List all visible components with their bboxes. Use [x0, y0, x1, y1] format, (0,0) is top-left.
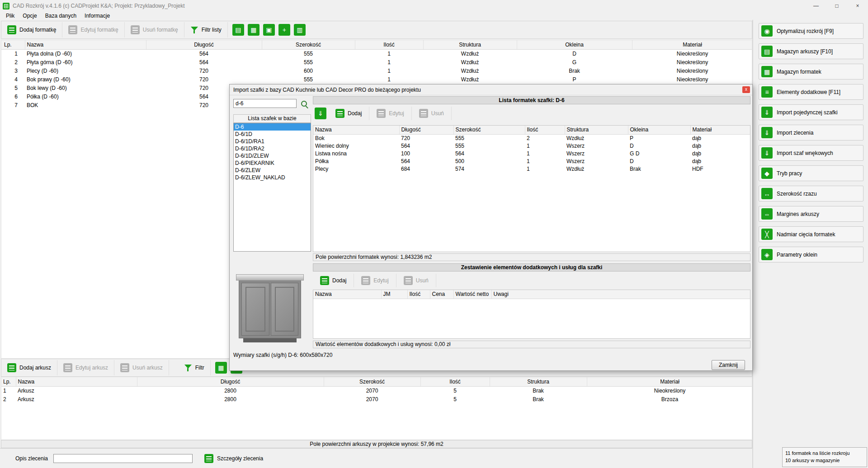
button-label: Usuń	[431, 110, 444, 117]
sidebar-button[interactable]: ⇓ Import szaf wnękowych	[759, 145, 863, 161]
remove-arkusz-button[interactable]: Usuń arkusz	[114, 360, 169, 375]
sidebar-button[interactable]: ▦ Magazyn formatek	[759, 64, 863, 80]
column-header: Ilość	[420, 377, 490, 386]
dialog-remove-formatka-button[interactable]: Usuń	[412, 107, 452, 120]
column-header: Szerokość	[324, 377, 420, 386]
formatka-row[interactable]: 3 Plecy (D -60) 720 600 1 Wzdłuż Brak Ni…	[1, 66, 752, 75]
dialog-formatki-toolbar: ⇓ Dodaj Edytuj Usuń	[313, 106, 452, 121]
cabinet-door-right	[271, 283, 299, 336]
sidebar-button[interactable]: ⇔ Margines arkuszy	[759, 206, 863, 222]
sidebar-button[interactable]: ◉ Optymalizuj rozkrój [F9]	[759, 23, 863, 39]
edit-list-icon	[68, 25, 77, 34]
cabinet-list-item[interactable]: D-6/PIEKARNIK	[234, 159, 311, 167]
filter-arkusze-button[interactable]: Filtr	[178, 360, 211, 375]
cabinet-list: D-6D-6/1DD-6/1D/RA1D-6/1D/RA2D-6/1D/ZLEW…	[233, 123, 311, 252]
dialog-formatka-row[interactable]: Półka 564 500 1 Wszerz D dąb	[313, 157, 750, 165]
menu-item[interactable]: Plik	[2, 12, 19, 19]
button-label: Edytuj	[373, 277, 388, 284]
remove-list-icon	[120, 363, 129, 372]
opis-zlecenia-label: Opis zlecenia	[15, 455, 48, 462]
dialog-add-formatka-button[interactable]: Dodaj	[328, 107, 369, 120]
sidebar-button[interactable]: ◆ Tryb pracy	[759, 165, 863, 181]
arkusz-row[interactable]: 2 Arkusz 2800 2070 5 Brak Brzoza	[1, 395, 752, 403]
edit-list-icon	[377, 109, 386, 118]
cabinet-list-item[interactable]: D-6	[234, 123, 311, 131]
import-order-icon: ⇓	[761, 127, 773, 138]
list-report-icon[interactable]: ▤	[232, 24, 244, 36]
szczegoly-zlecenia-button[interactable]: Szczegóły zlecenia	[204, 454, 263, 463]
add-list-icon	[320, 276, 329, 285]
button-label: Edytuj formatkę	[80, 27, 118, 33]
cabinet-list-item[interactable]: D-6/ZLEW_NAKLAD	[234, 174, 311, 181]
sidebar-button[interactable]: ⇓ Import pojedynczej szafki	[759, 104, 863, 120]
dialog-formatka-row[interactable]: Plecy 684 574 1 Wzdłuż Brak HDF	[313, 165, 750, 173]
dialog-formatka-row[interactable]: Listwa nośna 100 564 1 Wszerz G D dąb	[313, 150, 750, 157]
kerf-width-icon: ↔	[761, 188, 773, 199]
column-header: Cena	[430, 290, 453, 299]
cabinet-list-item[interactable]: D-6/1D/RA1	[234, 138, 311, 145]
arkusz-row[interactable]: 1 Arkusz 2800 2070 5 Brak Nieokreślony	[1, 386, 752, 395]
add-list-icon	[7, 25, 16, 34]
cabinet-search-input[interactable]	[233, 99, 297, 108]
cabinet-list-item[interactable]: D-6/ZLEW	[234, 167, 311, 174]
close-dialog-button[interactable]: Zamknij	[712, 360, 745, 370]
cabinet-list-item[interactable]: D-6/1D/ZLEW	[234, 152, 311, 159]
sidebar-button[interactable]: ◈ Parametry oklein	[759, 247, 863, 262]
formatka-row[interactable]: 4 Bok prawy (D -60) 720 555 1 Wzdłuż P N…	[1, 75, 752, 84]
close-icon[interactable]: ×	[847, 0, 868, 12]
menu-item[interactable]: Informacje	[80, 12, 114, 19]
print-icon[interactable]: ▥	[294, 24, 306, 36]
import-wardrobe-icon: ⇓	[761, 147, 773, 159]
column-header: Materiał	[632, 40, 752, 49]
button-label: Filtr	[195, 365, 204, 371]
arkusze-area-summary: Pole powierzchni arkuszy w projekcie wyn…	[1, 440, 752, 448]
dialog-formatka-row[interactable]: Wieniec dolny 564 555 1 Wszerz D dąb	[313, 142, 750, 150]
button-label: Edytuj	[389, 110, 404, 117]
add-arkusz-button[interactable]: Dodaj arkusz	[1, 360, 57, 375]
menu-item[interactable]: Opcje	[19, 12, 41, 19]
add-document-icon[interactable]: +	[278, 24, 290, 36]
maximize-icon[interactable]: □	[826, 0, 847, 12]
formatka-row[interactable]: 2 Płyta górna (D -60) 564 555 1 Wzdłuż G…	[1, 58, 752, 66]
button-label: Usuń arkusz	[132, 365, 163, 371]
dialog-formatka-row[interactable]: Bok 720 555 2 Wzdłuż P dąb	[313, 134, 750, 142]
import-cabinet-icon: ⇓	[761, 107, 773, 118]
dialog-edit-formatka-button[interactable]: Edytuj	[369, 107, 411, 120]
cabinet-list-item[interactable]: D-6/1D	[234, 131, 311, 138]
sidebar-button[interactable]: ▤ Magazyn arkuszy [F10]	[759, 43, 863, 59]
import-to-project-icon[interactable]: ⇓	[315, 108, 326, 119]
sidebar-button[interactable]: ⇓ Import zlecenia	[759, 125, 863, 140]
menu-item[interactable]: Baza danych	[41, 12, 80, 19]
save-icon[interactable]: ▣	[263, 24, 275, 36]
sidebar-button[interactable]: ╳ Nadmiar cięcia formatek	[759, 226, 863, 242]
sidebar-button-label: Nadmiar cięcia formatek	[777, 231, 835, 238]
status-arkusze-count: 10 arkuszy w magazynie	[785, 457, 864, 464]
arkusze-table-header: Lp. Nazwa Długość Szerokość Ilość Strukt…	[1, 377, 752, 386]
edit-list-icon	[361, 276, 370, 285]
dialog-add-extra-button[interactable]: Dodaj	[313, 274, 354, 287]
remove-list-icon	[404, 276, 413, 285]
status-formatki-count: 11 formatek na liście rozkroju	[785, 449, 864, 457]
search-icon[interactable]	[301, 100, 308, 108]
formatka-row[interactable]: 1 Płyta dolna (D -60) 564 555 1 Wzdłuż D…	[1, 49, 752, 58]
footer-bar: Opis zlecenia Szczegóły zlecenia	[0, 448, 752, 468]
dialog-edit-extra-button[interactable]: Edytuj	[354, 274, 396, 287]
sheet-margin-icon: ⇔	[761, 208, 773, 220]
open-folder-icon[interactable]: ▦	[248, 24, 259, 36]
dialog-remove-extra-button[interactable]: Usuń	[396, 274, 436, 287]
column-header: Materiał	[587, 377, 752, 386]
arkusze-list-panel: Lp. Nazwa Długość Szerokość Ilość Strukt…	[1, 377, 752, 440]
remove-formatka-button[interactable]: Usuń formatkę	[125, 22, 184, 37]
open-folder-icon[interactable]: ▦	[215, 362, 227, 374]
opis-zlecenia-input[interactable]	[53, 454, 193, 463]
column-header: Okleina	[517, 40, 632, 49]
filter-list-button[interactable]: Filtr listy	[184, 22, 228, 37]
edit-arkusz-button[interactable]: Edytuj arkusz	[57, 360, 114, 375]
cabinet-list-item[interactable]: D-6/1D/RA2	[234, 145, 311, 152]
sidebar-button[interactable]: ↔ Szerokość rzazu	[759, 186, 863, 201]
minimize-icon[interactable]: —	[806, 0, 826, 12]
edit-formatka-button[interactable]: Edytuj formatkę	[62, 22, 124, 37]
sidebar-button[interactable]: ≡ Elementy dodatkowe [F11]	[759, 84, 863, 100]
column-header: Nazwa	[25, 40, 146, 49]
add-formatka-button[interactable]: Dodaj formatkę	[1, 22, 62, 37]
